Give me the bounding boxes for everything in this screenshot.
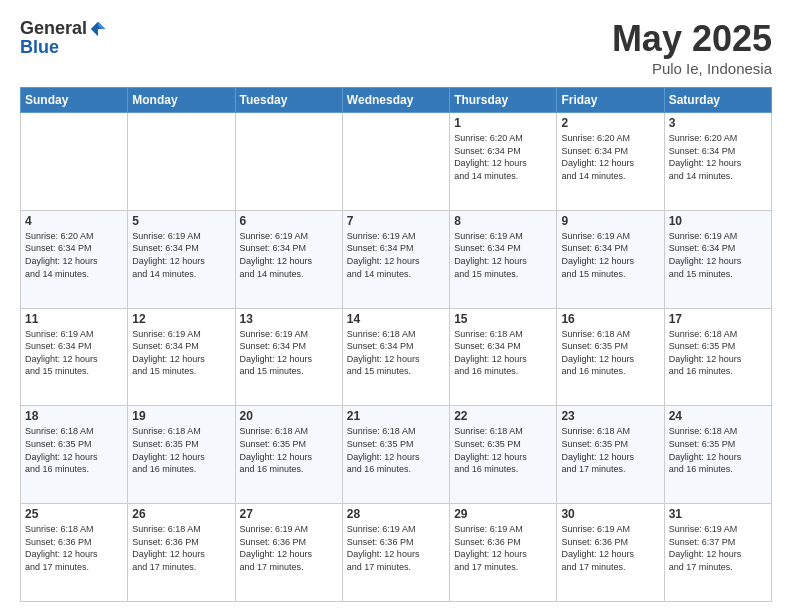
day-number: 27 [240, 507, 338, 521]
day-info: Sunrise: 6:18 AMSunset: 6:35 PMDaylight:… [669, 425, 767, 475]
calendar-cell: 31Sunrise: 6:19 AMSunset: 6:37 PMDayligh… [664, 504, 771, 602]
col-header-tuesday: Tuesday [235, 88, 342, 113]
day-info: Sunrise: 6:18 AMSunset: 6:36 PMDaylight:… [25, 523, 123, 573]
day-info: Sunrise: 6:19 AMSunset: 6:34 PMDaylight:… [669, 230, 767, 280]
calendar-cell: 12Sunrise: 6:19 AMSunset: 6:34 PMDayligh… [128, 308, 235, 406]
day-info: Sunrise: 6:19 AMSunset: 6:34 PMDaylight:… [25, 328, 123, 378]
calendar-cell: 26Sunrise: 6:18 AMSunset: 6:36 PMDayligh… [128, 504, 235, 602]
day-info: Sunrise: 6:19 AMSunset: 6:34 PMDaylight:… [561, 230, 659, 280]
day-number: 30 [561, 507, 659, 521]
calendar-cell [21, 113, 128, 211]
day-info: Sunrise: 6:18 AMSunset: 6:35 PMDaylight:… [454, 425, 552, 475]
day-number: 2 [561, 116, 659, 130]
day-info: Sunrise: 6:18 AMSunset: 6:35 PMDaylight:… [132, 425, 230, 475]
calendar-cell: 28Sunrise: 6:19 AMSunset: 6:36 PMDayligh… [342, 504, 449, 602]
calendar-cell: 19Sunrise: 6:18 AMSunset: 6:35 PMDayligh… [128, 406, 235, 504]
day-info: Sunrise: 6:19 AMSunset: 6:34 PMDaylight:… [240, 230, 338, 280]
day-info: Sunrise: 6:18 AMSunset: 6:35 PMDaylight:… [347, 425, 445, 475]
day-info: Sunrise: 6:20 AMSunset: 6:34 PMDaylight:… [25, 230, 123, 280]
col-header-wednesday: Wednesday [342, 88, 449, 113]
day-info: Sunrise: 6:18 AMSunset: 6:35 PMDaylight:… [561, 425, 659, 475]
day-number: 25 [25, 507, 123, 521]
calendar-cell: 4Sunrise: 6:20 AMSunset: 6:34 PMDaylight… [21, 210, 128, 308]
calendar-cell: 22Sunrise: 6:18 AMSunset: 6:35 PMDayligh… [450, 406, 557, 504]
day-info: Sunrise: 6:19 AMSunset: 6:36 PMDaylight:… [561, 523, 659, 573]
day-info: Sunrise: 6:19 AMSunset: 6:36 PMDaylight:… [240, 523, 338, 573]
calendar-table: SundayMondayTuesdayWednesdayThursdayFrid… [20, 87, 772, 602]
day-number: 22 [454, 409, 552, 423]
day-info: Sunrise: 6:18 AMSunset: 6:34 PMDaylight:… [347, 328, 445, 378]
day-number: 11 [25, 312, 123, 326]
day-number: 24 [669, 409, 767, 423]
day-number: 4 [25, 214, 123, 228]
col-header-friday: Friday [557, 88, 664, 113]
header: General Blue May 2025 Pulo Ie, Indonesia [20, 18, 772, 77]
calendar-cell: 7Sunrise: 6:19 AMSunset: 6:34 PMDaylight… [342, 210, 449, 308]
day-info: Sunrise: 6:19 AMSunset: 6:36 PMDaylight:… [454, 523, 552, 573]
calendar-cell: 9Sunrise: 6:19 AMSunset: 6:34 PMDaylight… [557, 210, 664, 308]
logo-general: General [20, 18, 87, 39]
day-number: 15 [454, 312, 552, 326]
logo: General Blue [20, 18, 107, 58]
day-info: Sunrise: 6:19 AMSunset: 6:36 PMDaylight:… [347, 523, 445, 573]
day-number: 29 [454, 507, 552, 521]
col-header-thursday: Thursday [450, 88, 557, 113]
day-number: 13 [240, 312, 338, 326]
calendar-cell: 2Sunrise: 6:20 AMSunset: 6:34 PMDaylight… [557, 113, 664, 211]
day-info: Sunrise: 6:19 AMSunset: 6:37 PMDaylight:… [669, 523, 767, 573]
day-number: 3 [669, 116, 767, 130]
logo-blue-text: Blue [20, 37, 59, 57]
day-number: 28 [347, 507, 445, 521]
day-number: 18 [25, 409, 123, 423]
calendar-cell: 17Sunrise: 6:18 AMSunset: 6:35 PMDayligh… [664, 308, 771, 406]
day-number: 16 [561, 312, 659, 326]
day-info: Sunrise: 6:18 AMSunset: 6:35 PMDaylight:… [669, 328, 767, 378]
day-number: 9 [561, 214, 659, 228]
day-number: 19 [132, 409, 230, 423]
calendar-cell [128, 113, 235, 211]
logo-text: General [20, 18, 107, 39]
col-header-sunday: Sunday [21, 88, 128, 113]
page: General Blue May 2025 Pulo Ie, Indonesia… [0, 0, 792, 612]
day-info: Sunrise: 6:18 AMSunset: 6:35 PMDaylight:… [561, 328, 659, 378]
col-header-saturday: Saturday [664, 88, 771, 113]
day-number: 5 [132, 214, 230, 228]
day-info: Sunrise: 6:18 AMSunset: 6:35 PMDaylight:… [25, 425, 123, 475]
logo-icon [89, 20, 107, 38]
day-info: Sunrise: 6:18 AMSunset: 6:36 PMDaylight:… [132, 523, 230, 573]
day-number: 6 [240, 214, 338, 228]
calendar-cell: 20Sunrise: 6:18 AMSunset: 6:35 PMDayligh… [235, 406, 342, 504]
calendar-cell: 27Sunrise: 6:19 AMSunset: 6:36 PMDayligh… [235, 504, 342, 602]
calendar-row-week-3: 11Sunrise: 6:19 AMSunset: 6:34 PMDayligh… [21, 308, 772, 406]
calendar-cell: 6Sunrise: 6:19 AMSunset: 6:34 PMDaylight… [235, 210, 342, 308]
day-number: 7 [347, 214, 445, 228]
day-number: 12 [132, 312, 230, 326]
calendar-cell: 30Sunrise: 6:19 AMSunset: 6:36 PMDayligh… [557, 504, 664, 602]
col-header-monday: Monday [128, 88, 235, 113]
day-info: Sunrise: 6:18 AMSunset: 6:34 PMDaylight:… [454, 328, 552, 378]
calendar-row-week-4: 18Sunrise: 6:18 AMSunset: 6:35 PMDayligh… [21, 406, 772, 504]
calendar-cell: 29Sunrise: 6:19 AMSunset: 6:36 PMDayligh… [450, 504, 557, 602]
day-info: Sunrise: 6:19 AMSunset: 6:34 PMDaylight:… [454, 230, 552, 280]
day-number: 8 [454, 214, 552, 228]
title-location: Pulo Ie, Indonesia [612, 60, 772, 77]
day-info: Sunrise: 6:18 AMSunset: 6:35 PMDaylight:… [240, 425, 338, 475]
logo-blue: Blue [20, 37, 59, 58]
calendar-cell: 24Sunrise: 6:18 AMSunset: 6:35 PMDayligh… [664, 406, 771, 504]
calendar-cell: 21Sunrise: 6:18 AMSunset: 6:35 PMDayligh… [342, 406, 449, 504]
day-number: 17 [669, 312, 767, 326]
calendar-cell: 14Sunrise: 6:18 AMSunset: 6:34 PMDayligh… [342, 308, 449, 406]
calendar-cell: 8Sunrise: 6:19 AMSunset: 6:34 PMDaylight… [450, 210, 557, 308]
calendar-cell: 25Sunrise: 6:18 AMSunset: 6:36 PMDayligh… [21, 504, 128, 602]
calendar-cell: 23Sunrise: 6:18 AMSunset: 6:35 PMDayligh… [557, 406, 664, 504]
title-block: May 2025 Pulo Ie, Indonesia [612, 18, 772, 77]
day-number: 10 [669, 214, 767, 228]
calendar-row-week-1: 1Sunrise: 6:20 AMSunset: 6:34 PMDaylight… [21, 113, 772, 211]
calendar-row-week-5: 25Sunrise: 6:18 AMSunset: 6:36 PMDayligh… [21, 504, 772, 602]
calendar-cell: 15Sunrise: 6:18 AMSunset: 6:34 PMDayligh… [450, 308, 557, 406]
calendar-cell [235, 113, 342, 211]
calendar-cell: 11Sunrise: 6:19 AMSunset: 6:34 PMDayligh… [21, 308, 128, 406]
calendar-cell: 1Sunrise: 6:20 AMSunset: 6:34 PMDaylight… [450, 113, 557, 211]
calendar-cell: 18Sunrise: 6:18 AMSunset: 6:35 PMDayligh… [21, 406, 128, 504]
day-number: 26 [132, 507, 230, 521]
